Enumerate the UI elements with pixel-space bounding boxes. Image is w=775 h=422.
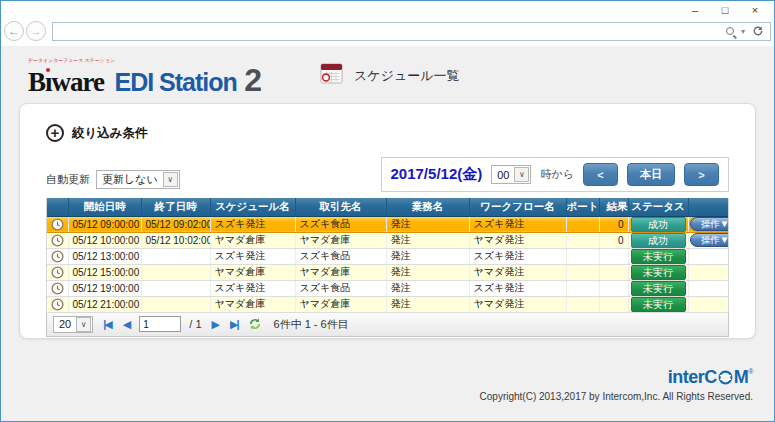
business-name-cell: 発注	[386, 216, 469, 232]
back-arrow-icon: ←	[8, 24, 20, 38]
calendar-icon	[320, 63, 343, 88]
table-row[interactable]: 05/12 13:00:00 スズキ発注 スズキ食品 発注 スズキ発注 未実行	[47, 248, 728, 264]
status-cell: 成功	[628, 216, 688, 232]
action-cell: 操作▼	[688, 232, 728, 248]
schedule-name-cell: ヤマダ倉庫	[210, 264, 295, 280]
minimize-button[interactable]: –	[680, 2, 710, 18]
clock-icon	[51, 266, 64, 279]
action-button[interactable]: 操作▼	[690, 217, 729, 231]
column-header: 業務名	[386, 198, 469, 216]
browser-window: – □ × ← → ▾ データインターフェース ステーション Bıware ED…	[0, 0, 775, 422]
next-page-icon[interactable]: ▶	[210, 318, 220, 331]
clock-cell	[47, 248, 68, 264]
status-badge: 未実行	[631, 297, 686, 312]
table-row[interactable]: 05/12 10:00:00 05/12 10:02:00 ヤマダ倉庫 ヤマダ倉…	[47, 232, 728, 248]
maximize-button[interactable]: □	[710, 2, 740, 18]
browser-navbar: ← → ▾	[1, 18, 774, 46]
reload-list-icon[interactable]	[248, 317, 262, 331]
port-cell	[566, 248, 599, 264]
page-size-select[interactable]: 20 ∨	[53, 316, 93, 333]
clock-icon	[51, 282, 64, 295]
search-dropdown-icon[interactable]: ▾	[741, 27, 745, 36]
status-cell: 成功	[628, 232, 688, 248]
end-datetime-cell	[141, 296, 210, 312]
action-cell	[688, 248, 728, 264]
clock-cell	[47, 232, 68, 248]
auto-update-select[interactable]: 更新しない ∨	[96, 170, 180, 189]
first-page-icon[interactable]: |◀	[101, 318, 113, 331]
close-button[interactable]: ×	[740, 2, 770, 18]
column-header: 開始日時	[68, 198, 141, 216]
globe-o-icon	[718, 370, 733, 385]
previous-day-button[interactable]: <	[583, 163, 618, 186]
forward-arrow-icon: →	[30, 24, 42, 38]
page-background: データインターフェース ステーション Bıware EDI Station 2	[1, 46, 774, 421]
column-header: 終了日時	[141, 198, 210, 216]
business-name-cell: 発注	[386, 232, 469, 248]
partner-name-cell: スズキ食品	[295, 280, 386, 296]
filter-label: 絞り込み条件	[72, 125, 148, 142]
schedule-name-cell: スズキ発注	[210, 216, 295, 232]
status-cell: 未実行	[628, 264, 688, 280]
table-row[interactable]: 05/12 19:00:00 スズキ発注 スズキ食品 発注 スズキ発注 未実行	[47, 280, 728, 296]
forward-button[interactable]: →	[26, 21, 46, 41]
action-button[interactable]: 操作▼	[690, 233, 729, 247]
page-number-input[interactable]	[139, 316, 181, 332]
schedule-name-cell: ヤマダ倉庫	[210, 296, 295, 312]
partner-name-cell: スズキ食品	[295, 248, 386, 264]
refresh-icon[interactable]	[752, 25, 764, 37]
status-cell: 未実行	[628, 296, 688, 312]
today-button[interactable]: 本日	[627, 163, 675, 186]
filter-toggle[interactable]: + 絞り込み条件	[46, 104, 729, 142]
status-badge: 未実行	[631, 249, 686, 264]
start-datetime-cell: 05/12 19:00:00	[68, 280, 141, 296]
result-cell: 0	[599, 216, 628, 232]
partner-name-cell: ヤマダ倉庫	[295, 264, 386, 280]
action-cell	[688, 264, 728, 280]
column-header: ステータス	[628, 198, 688, 216]
port-cell	[566, 264, 599, 280]
select-arrow-icon[interactable]: ∨	[76, 317, 91, 332]
table-row[interactable]: 05/12 09:00:00 05/12 09:02:00 スズキ発注 スズキ食…	[47, 216, 728, 232]
status-badge: 成功	[631, 233, 686, 248]
app-header: データインターフェース ステーション Bıware EDI Station 2	[1, 52, 774, 96]
select-arrow-icon[interactable]: ∨	[163, 172, 178, 187]
port-cell	[566, 296, 599, 312]
select-arrow-icon[interactable]: ∨	[514, 167, 529, 182]
result-cell: 0	[599, 232, 628, 248]
copyright-text: Copyright(C) 2013,2017 by Intercom,Inc. …	[1, 391, 753, 402]
action-cell	[688, 280, 728, 296]
business-name-cell: 発注	[386, 296, 469, 312]
table-row[interactable]: 05/12 15:00:00 ヤマダ倉庫 ヤマダ倉庫 発注 ヤマダ発注 未実行	[47, 264, 728, 280]
end-datetime-cell: 05/12 09:02:00	[141, 216, 210, 232]
main-panel: + 絞り込み条件 自動更新 更新しない ∨ 2017/5/12(金) 00 ∨	[19, 103, 756, 339]
current-date: 2017/5/12(金)	[391, 165, 483, 184]
page-footer: interCM® Copyright(C) 2013,2017 by Inter…	[1, 367, 774, 402]
auto-update-control: 自動更新 更新しない ∨	[46, 170, 180, 192]
version-2: 2	[244, 62, 262, 98]
date-navigation: 2017/5/12(金) 00 ∨ 時から < 本日 >	[381, 157, 730, 192]
page-title: スケジュール一覧	[354, 67, 460, 85]
table-header-row: 開始日時終了日時スケジュール名取引先名業務名ワークフロー名ポート結果ステータス	[47, 198, 728, 216]
status-cell: 未実行	[628, 280, 688, 296]
column-header: 取引先名	[295, 198, 386, 216]
search-icon[interactable]	[726, 27, 734, 35]
edi-station-logo: EDI Station	[114, 68, 236, 96]
next-day-button[interactable]: >	[684, 163, 719, 186]
result-cell	[599, 296, 628, 312]
port-cell	[566, 216, 599, 232]
end-datetime-cell	[141, 280, 210, 296]
record-count-summary: 6件中 1 - 6件目	[274, 317, 349, 332]
address-bar[interactable]: ▾	[52, 22, 771, 41]
table-row[interactable]: 05/12 21:00:00 ヤマダ倉庫 ヤマダ倉庫 発注 ヤマダ発注 未実行	[47, 296, 728, 312]
previous-page-icon[interactable]: ◀	[121, 318, 131, 331]
back-button[interactable]: ←	[4, 21, 24, 41]
expand-plus-icon[interactable]: +	[46, 124, 64, 142]
last-page-icon[interactable]: ▶|	[228, 318, 240, 331]
action-cell: 操作▼	[688, 216, 728, 232]
hour-select[interactable]: 00 ∨	[491, 165, 531, 184]
status-badge: 成功	[631, 217, 686, 232]
end-datetime-cell	[141, 264, 210, 280]
partner-name-cell: ヤマダ倉庫	[295, 296, 386, 312]
partner-name-cell: ヤマダ倉庫	[295, 232, 386, 248]
